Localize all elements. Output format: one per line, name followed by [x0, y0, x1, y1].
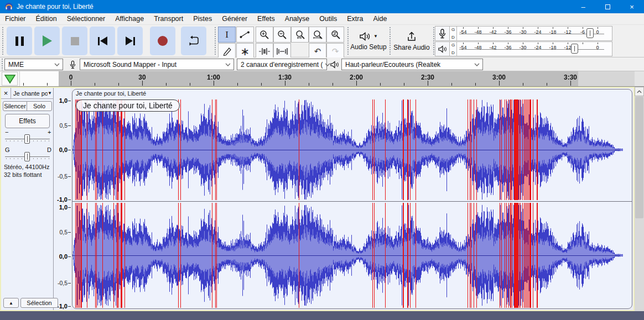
stop-button[interactable] [62, 27, 87, 55]
timeline-options-button[interactable] [2, 72, 18, 86]
play-button[interactable] [34, 27, 60, 55]
waveform-channel-right[interactable] [72, 202, 632, 308]
track-name-dropdown[interactable]: Je chante po [11, 90, 48, 97]
multi-tool-icon: ∗ [241, 45, 250, 58]
pause-button[interactable] [7, 27, 32, 55]
minimize-button[interactable]: – [571, 0, 595, 13]
menu-affichage[interactable]: Affichage [110, 13, 149, 25]
menu-generer[interactable]: Générer [217, 13, 252, 25]
scrollbar-thumb[interactable] [635, 97, 643, 218]
menu-edition[interactable]: Édition [31, 13, 62, 25]
zoom-in-button[interactable] [256, 27, 273, 43]
record-icon [158, 36, 168, 46]
dropdown-arrow-icon: ▼ [373, 34, 378, 39]
chevron-up-icon [637, 90, 642, 93]
share-audio-toolbar-grip[interactable] [388, 27, 391, 55]
menu-selectionner[interactable]: Sélectionner [62, 13, 111, 25]
track-format-info: Stéréo, 44100Hz [4, 164, 50, 170]
scroll-up-button[interactable] [635, 87, 644, 96]
audio-setup-label: Audio Setup [350, 43, 386, 51]
silence-audio-button[interactable] [273, 43, 291, 59]
menu-extra[interactable]: Extra [342, 13, 368, 25]
audacity-logo-icon [4, 2, 13, 11]
tools-toolbar-grip[interactable] [214, 27, 216, 55]
device-toolbar-grip[interactable] [1, 59, 3, 70]
track-menu-caret-icon[interactable]: ▼ [48, 91, 54, 96]
clip-title: Je chante pour toi, Liberté [76, 90, 146, 97]
audacity-window: Je chante pour toi, Liberté – × Fichier … [0, 0, 644, 320]
playback-meter-scale[interactable]: -54 -48 -42 -36 -30 -24 -18 -12 0 [457, 41, 612, 56]
loop-button[interactable] [181, 27, 206, 55]
undo-icon: ↶ [314, 46, 321, 56]
vertical-scrollbar[interactable] [635, 87, 644, 311]
close-button[interactable]: × [620, 0, 644, 13]
menu-aide[interactable]: Aide [368, 13, 392, 25]
collapse-track-button[interactable]: ▲ [3, 298, 19, 308]
transport-toolbar-grip[interactable] [1, 27, 4, 55]
menu-fichier[interactable]: Fichier [0, 13, 31, 25]
redo-button[interactable]: ↷ [326, 43, 344, 59]
audio-setup-button[interactable]: ▼ Audio Setup [350, 27, 387, 55]
track-name-overlay: Je chante pour toi, Liberté [76, 99, 180, 112]
menu-pistes[interactable]: Pistes [188, 13, 217, 25]
device-toolbar: MME Microsoft Sound Mapper - Input 2 can… [0, 57, 644, 71]
channel-right-label: D [451, 35, 455, 40]
playback-meter-button[interactable] [435, 41, 450, 56]
envelope-tool-button[interactable] [236, 27, 254, 43]
playback-device-select[interactable]: Haut-parleur/Ecouteurs (Realtek [341, 59, 483, 70]
record-meter-button[interactable] [435, 26, 450, 41]
vertical-scale-ruler[interactable]: 1,0 0,5 0,0 -0,5 -1,0 1,0 0,5 0,0 -0,5 -… [54, 88, 71, 310]
effects-button[interactable]: Effets [5, 114, 50, 128]
gain-slider-thumb[interactable] [24, 134, 30, 144]
menu-analyse[interactable]: Analyse [280, 13, 314, 25]
zoom-out-icon [277, 30, 287, 40]
multi-tool-button[interactable]: ∗ [236, 43, 254, 59]
skip-to-start-button[interactable] [90, 27, 115, 55]
stop-icon [71, 37, 79, 45]
skip-to-end-button[interactable] [117, 27, 143, 55]
chevron-down-icon [54, 63, 60, 66]
record-meter-scale[interactable]: -54 -48 -42 -36 -30 -24 -18 -12 -6 0 [457, 26, 612, 41]
audio-host-select[interactable]: MME [4, 59, 63, 70]
playback-meter[interactable]: G D -54 -48 -42 -36 -30 -24 -18 -12 0 [435, 41, 612, 56]
toolbar-dock: I ∗ ↶ ↷ ▼ Audio Setup Share Audio [0, 25, 644, 57]
share-audio-label: Share Audio [393, 44, 429, 51]
track-depth-info: 32 bits flottant [4, 171, 42, 178]
track-close-button[interactable]: × [1, 88, 11, 99]
channel-right-label: D [451, 50, 455, 55]
trim-audio-button[interactable] [256, 43, 273, 59]
timeline-ruler[interactable]: 0 30 1:00 1:30 2:00 2:30 3:00 3:30 [20, 71, 635, 86]
maximize-button[interactable] [595, 0, 620, 13]
recording-channels-select[interactable]: 2 canaux d'enregistrement ( [237, 59, 327, 70]
record-button[interactable] [150, 27, 175, 55]
solo-button[interactable]: Solo [27, 101, 52, 111]
pan-right-label: D [47, 146, 51, 153]
pan-slider-thumb[interactable] [24, 152, 30, 161]
mute-button[interactable]: Silencer [3, 101, 27, 111]
zoom-selection-button[interactable] [291, 27, 309, 43]
share-audio-button[interactable]: Share Audio [392, 27, 432, 55]
zoom-out-button[interactable] [273, 27, 291, 43]
draw-tool-button[interactable] [218, 43, 236, 59]
waveform-channel-left[interactable] [72, 98, 632, 201]
track-canvas-area[interactable]: Je chante pour toi, Liberté Je chante po… [71, 88, 633, 310]
zoom-toggle-button[interactable] [326, 27, 344, 43]
selection-tool-choice-button[interactable]: Sélection [20, 298, 58, 308]
record-volume-slider[interactable] [586, 28, 594, 38]
zoom-fit-button[interactable] [309, 27, 326, 43]
selection-tool-button[interactable]: I [218, 27, 236, 43]
pause-icon [15, 36, 24, 46]
audio-setup-toolbar-grip[interactable] [346, 27, 349, 55]
gain-max-label: + [48, 129, 51, 135]
recording-meter[interactable]: G D -54 -48 -42 -36 -30 -24 -18 -12 -6 0 [435, 26, 612, 41]
envelope-icon [240, 30, 251, 39]
recording-device-select[interactable]: Microsoft Sound Mapper - Input [80, 59, 234, 70]
playback-volume-slider[interactable] [571, 44, 578, 54]
menu-transport[interactable]: Transport [149, 13, 188, 25]
menu-outils[interactable]: Outils [314, 13, 342, 25]
recording-device-icon [67, 59, 77, 70]
menu-effets[interactable]: Effets [252, 13, 280, 25]
skip-to-end-icon [126, 36, 135, 45]
undo-button[interactable]: ↶ [309, 43, 326, 59]
audio-clip[interactable]: Je chante pour toi, Liberté Je chante po… [72, 89, 632, 309]
